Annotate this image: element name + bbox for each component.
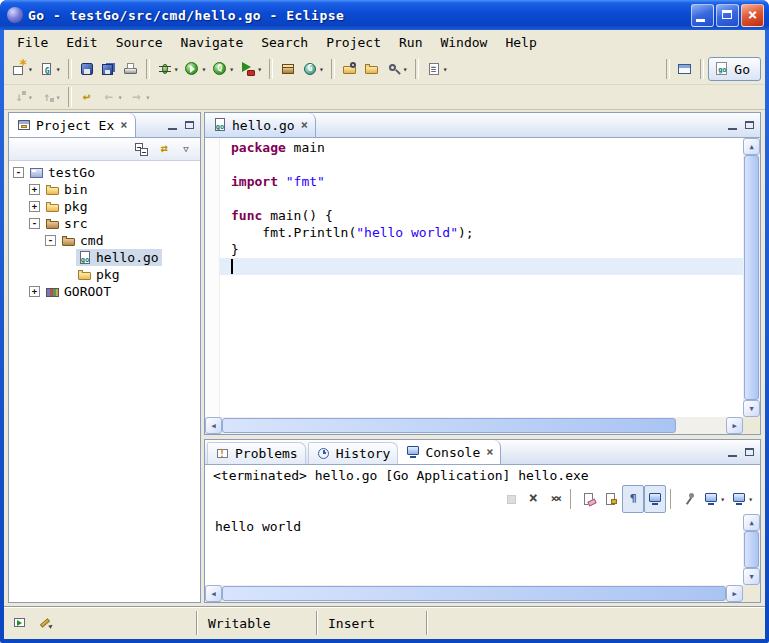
code-line[interactable]: import "fmt" <box>219 173 743 190</box>
editor-content[interactable]: package mainimport "fmt"func main() { fm… <box>205 138 760 434</box>
expander-icon[interactable]: - <box>13 167 24 178</box>
maximize-view-button[interactable] <box>741 118 758 133</box>
menu-source[interactable]: Source <box>107 32 172 53</box>
open-console-button[interactable]: ▾ <box>728 485 756 513</box>
tab-problems[interactable]: Problems <box>207 442 306 464</box>
editor-vertical-scroll-down-button[interactable]: ▼ <box>743 400 760 417</box>
code-area[interactable]: package mainimport "fmt"func main() { fm… <box>219 139 743 417</box>
word-wrap-button[interactable] <box>622 485 644 513</box>
editor-vertical-scroll-track[interactable] <box>743 155 760 400</box>
run-button[interactable]: ▾ <box>181 55 209 83</box>
annotations-button[interactable]: ▾ <box>423 55 451 83</box>
tree-item-pkg[interactable]: +pkg <box>9 198 200 215</box>
titlebar[interactable]: Go - testGo/src/cmd/hello.go - Eclipse <box>0 0 769 30</box>
remove-launch-button[interactable] <box>522 485 544 513</box>
minimize-view-button[interactable] <box>724 445 741 460</box>
expander-icon[interactable]: + <box>29 286 40 297</box>
back-button[interactable]: ▾ <box>98 83 126 111</box>
console-horizontal-scroll-left-button[interactable]: ◀ <box>205 585 222 602</box>
expander-icon[interactable]: - <box>29 218 40 229</box>
console-horizontal-scroll-right-button[interactable]: ▶ <box>726 585 743 602</box>
forward-button[interactable]: ▾ <box>125 83 153 111</box>
next-annotation-button[interactable]: ▾ <box>8 83 36 111</box>
editor-vertical-scrollbar[interactable]: ▲▼ <box>743 138 760 417</box>
terminate-button[interactable] <box>500 485 522 513</box>
editor-horizontal-scrollbar[interactable]: ◀▶ <box>205 417 743 434</box>
pin-console-button[interactable] <box>678 485 700 513</box>
expander-icon[interactable]: + <box>29 184 40 195</box>
menu-window[interactable]: Window <box>431 32 496 53</box>
view-menu-button[interactable] <box>175 135 197 163</box>
console-vertical-scroll-track[interactable] <box>743 531 760 568</box>
save-button[interactable] <box>76 55 98 83</box>
tab-hello-go[interactable]: hello.go × <box>205 113 316 137</box>
tree-item-bin[interactable]: +bin <box>9 181 200 198</box>
fast-view-button[interactable] <box>9 609 31 637</box>
minimize-button[interactable] <box>691 4 714 27</box>
tree-item-pkg[interactable]: pkg <box>9 266 200 283</box>
profile-button[interactable]: ▾ <box>209 55 237 83</box>
console-output[interactable]: hello world <box>205 514 743 585</box>
menu-project[interactable]: Project <box>317 32 390 53</box>
expander-icon[interactable]: - <box>45 235 56 246</box>
menu-file[interactable]: File <box>8 32 57 53</box>
code-line[interactable]: package main <box>219 139 743 156</box>
menu-search[interactable]: Search <box>252 32 317 53</box>
debug-button[interactable]: ▾ <box>154 55 182 83</box>
open-go-resource-button[interactable] <box>339 55 361 83</box>
console-vertical-scroll-down-button[interactable]: ▼ <box>743 568 760 585</box>
display-selected-console-button[interactable]: ▾ <box>700 485 728 513</box>
close-icon[interactable]: × <box>486 446 493 458</box>
search-button[interactable]: ▾ <box>383 55 411 83</box>
console-vertical-scrollbar[interactable]: ▲▼ <box>743 514 760 585</box>
code-line[interactable] <box>219 156 743 173</box>
editor-horizontal-scroll-track[interactable] <box>222 417 726 434</box>
expander-icon[interactable]: + <box>29 201 40 212</box>
console-vertical-scroll-thumb[interactable] <box>744 531 759 568</box>
code-line[interactable]: func main() { <box>219 207 743 224</box>
code-line[interactable] <box>219 190 743 207</box>
maximize-view-button[interactable] <box>181 118 198 133</box>
editor-horizontal-scroll-left-button[interactable]: ◀ <box>205 417 222 434</box>
minimize-view-button[interactable] <box>164 118 181 133</box>
close-button[interactable] <box>741 4 764 27</box>
close-icon[interactable]: × <box>120 119 127 131</box>
editor-vertical-scroll-up-button[interactable]: ▲ <box>743 138 760 155</box>
maximize-button[interactable] <box>716 4 739 27</box>
collapse-all-button[interactable] <box>131 135 153 163</box>
editor-horizontal-scroll-thumb[interactable] <box>222 418 676 433</box>
editor-vertical-scroll-thumb[interactable] <box>744 155 759 400</box>
tree-item-src[interactable]: -src <box>9 215 200 232</box>
new-go-package-button[interactable] <box>277 55 299 83</box>
tree-item-cmd[interactable]: -cmd <box>9 232 200 249</box>
print-button[interactable] <box>120 55 142 83</box>
clear-console-button[interactable] <box>578 485 600 513</box>
save-all-button[interactable] <box>98 55 120 83</box>
tree-item-hello-go[interactable]: hello.go <box>9 249 200 266</box>
open-folder-button[interactable] <box>361 55 383 83</box>
show-console-on-output-button[interactable] <box>644 485 666 513</box>
menu-navigate[interactable]: Navigate <box>172 32 253 53</box>
open-perspective-button[interactable] <box>674 55 696 83</box>
code-line[interactable]: fmt.Println("hello world"); <box>219 224 743 241</box>
go-pencil-button[interactable] <box>35 609 57 637</box>
close-icon[interactable]: × <box>301 119 308 131</box>
tree-item-goroot[interactable]: +GOROOT <box>9 283 200 300</box>
scroll-lock-button[interactable] <box>600 485 622 513</box>
tree-item-testgo[interactable]: -testGo <box>9 164 200 181</box>
console-horizontal-scroll-thumb[interactable] <box>222 586 726 601</box>
code-line[interactable] <box>219 258 743 275</box>
external-tools-button[interactable]: ▾ <box>237 55 265 83</box>
menu-help[interactable]: Help <box>496 32 545 53</box>
new-go-type-button[interactable]: ▾ <box>299 55 327 83</box>
previous-annotation-button[interactable]: ▾ <box>36 83 64 111</box>
new-wizard-button[interactable]: ▾ <box>8 55 36 83</box>
console-horizontal-scrollbar[interactable]: ◀▶ <box>205 585 743 602</box>
console-horizontal-scroll-track[interactable] <box>222 585 726 602</box>
code-line[interactable]: } <box>219 241 743 258</box>
go-perspective-button[interactable]: Go <box>708 57 761 81</box>
remove-all-launches-button[interactable] <box>544 485 566 513</box>
tab-project-explorer[interactable]: Project Ex × <box>9 113 136 137</box>
last-edit-location-button[interactable] <box>76 83 98 111</box>
console-vertical-scroll-up-button[interactable]: ▲ <box>743 514 760 531</box>
